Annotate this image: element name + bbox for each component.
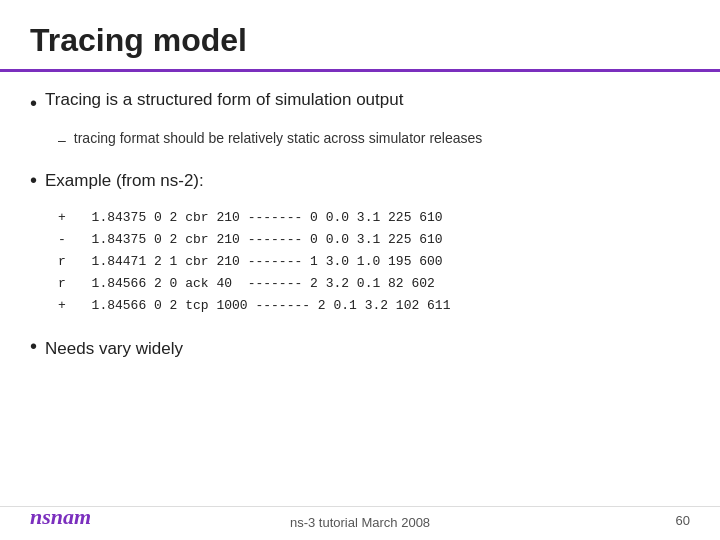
bullet-dot-3: •: [30, 333, 37, 359]
slide: Tracing model • Tracing is a structured …: [0, 0, 720, 540]
code-line-2: - 1.84375 0 2 cbr 210 ------- 0 0.0 3.1 …: [58, 229, 690, 251]
code-prefix-5: +: [58, 295, 76, 317]
code-line-5: + 1.84566 0 2 tcp 1000 ------- 2 0.1 3.2…: [58, 295, 690, 317]
slide-footer: nsnam ns-3 tutorial March 2008 60: [0, 506, 720, 540]
slide-header: Tracing model: [0, 0, 720, 72]
bullet-dot-1: •: [30, 90, 37, 116]
bullet-dot-2: •: [30, 167, 37, 193]
slide-title: Tracing model: [30, 22, 690, 59]
bullet-1: • Tracing is a structured form of simula…: [30, 90, 690, 116]
bullet-1-text: Tracing is a structured form of simulati…: [45, 90, 403, 110]
code-line-4: r 1.84566 2 0 ack 40 ------- 2 3.2 0.1 8…: [58, 273, 690, 295]
code-prefix-2: -: [58, 229, 76, 251]
slide-content: • Tracing is a structured form of simula…: [0, 72, 720, 506]
code-prefix-3: r: [58, 251, 76, 273]
code-text-4: 1.84566 2 0 ack 40 ------- 2 3.2 0.1 82 …: [76, 273, 435, 295]
code-line-1: + 1.84375 0 2 cbr 210 ------- 0 0.0 3.1 …: [58, 207, 690, 229]
bullet-2: • Example (from ns-2):: [30, 167, 690, 193]
bullet-2-label: Example (from ns-2):: [45, 171, 204, 191]
code-text-3: 1.84471 2 1 cbr 210 ------- 1 3.0 1.0 19…: [76, 251, 443, 273]
code-prefix-4: r: [58, 273, 76, 295]
footer-logo: nsnam: [30, 504, 91, 530]
sub-bullet-1-text: tracing format should be relatively stat…: [74, 130, 483, 146]
sub-dash-1: –: [58, 130, 66, 151]
code-text-2: 1.84375 0 2 cbr 210 ------- 0 0.0 3.1 22…: [76, 229, 443, 251]
code-block: + 1.84375 0 2 cbr 210 ------- 0 0.0 3.1 …: [30, 207, 690, 317]
code-prefix-1: +: [58, 207, 76, 229]
bullet-3: • Needs vary widely: [30, 333, 690, 359]
footer-center: ns-3 tutorial March 2008: [290, 515, 430, 530]
bullet-3-text: Needs vary widely: [45, 339, 183, 359]
code-text-1: 1.84375 0 2 cbr 210 ------- 0 0.0 3.1 22…: [76, 207, 443, 229]
code-text-5: 1.84566 0 2 tcp 1000 ------- 2 0.1 3.2 1…: [76, 295, 450, 317]
footer-page: 60: [676, 513, 690, 528]
sub-bullet-1: – tracing format should be relatively st…: [30, 130, 690, 151]
code-line-3: r 1.84471 2 1 cbr 210 ------- 1 3.0 1.0 …: [58, 251, 690, 273]
